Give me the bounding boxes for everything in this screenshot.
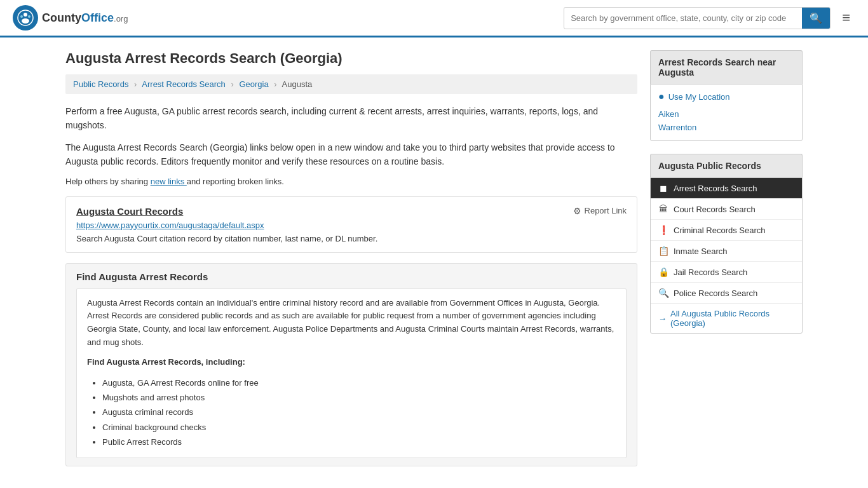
- sidebar-item-arrest-records[interactable]: ◼ Arrest Records Search: [651, 178, 802, 199]
- find-section-title: Find Augusta Arrest Records: [76, 271, 627, 282]
- location-dot-icon: ●: [658, 91, 665, 102]
- header-right: 🔍 ≡: [564, 7, 855, 29]
- logo-text: CountyOffice.org: [42, 11, 128, 25]
- find-section-body-text: Augusta Arrest Records contain an indivi…: [87, 297, 616, 349]
- sidebar: Arrest Records Search near Augusta ● Use…: [650, 50, 803, 477]
- main-container: Augusta Arrest Records Search (Georgia) …: [53, 37, 815, 488]
- sidebar-item-inmate-search[interactable]: 📋 Inmate Search: [651, 241, 802, 262]
- logo-icon: [13, 5, 38, 30]
- record-url[interactable]: https://www.payyourtix.com/augustaga/def…: [76, 220, 627, 230]
- svg-point-3: [20, 15, 23, 18]
- breadcrumb-arrest-records[interactable]: Arrest Records Search: [142, 79, 226, 89]
- arrow-right-icon: →: [658, 314, 667, 323]
- new-links[interactable]: new links: [151, 177, 187, 186]
- arrest-records-label: Arrest Records Search: [674, 184, 757, 193]
- police-records-label: Police Records Search: [674, 288, 757, 298]
- nearby-aiken[interactable]: Aiken: [658, 107, 794, 121]
- breadcrumb: Public Records › Arrest Records Search ›…: [65, 74, 637, 94]
- jail-records-label: Jail Records Search: [674, 268, 747, 277]
- page-title: Augusta Arrest Records Search (Georgia): [65, 50, 637, 67]
- use-my-location[interactable]: ● Use My Location: [658, 91, 794, 102]
- court-records-label: Court Records Search: [674, 205, 756, 214]
- sidebar-near-content: ● Use My Location Aiken Warrenton: [650, 84, 803, 141]
- nearby-warrenton[interactable]: Warrenton: [658, 121, 794, 134]
- record-title[interactable]: Augusta Court Records: [76, 206, 183, 217]
- search-input[interactable]: [564, 9, 802, 27]
- arrest-records-icon: ◼: [658, 183, 668, 193]
- list-item: Augusta criminal records: [102, 405, 616, 419]
- report-link-button[interactable]: ⚙ Report Link: [573, 206, 627, 216]
- breadcrumb-sep-1: ›: [134, 79, 137, 89]
- sharing-line: Help others by sharing new links and rep…: [65, 177, 637, 186]
- list-item: Mugshots and arrest photos: [102, 390, 616, 405]
- record-card: Augusta Court Records ⚙ Report Link http…: [65, 196, 637, 253]
- bullet-list: Augusta, GA Arrest Records online for fr…: [87, 376, 616, 450]
- list-item: Criminal background checks: [102, 420, 616, 435]
- sidebar-pub-header: Augusta Public Records: [650, 154, 803, 177]
- police-records-icon: 🔍: [658, 288, 668, 298]
- criminal-records-icon: ❗: [658, 225, 668, 235]
- sidebar-item-police-records[interactable]: 🔍 Police Records Search: [651, 283, 802, 304]
- sidebar-near-section: Arrest Records Search near Augusta ● Use…: [650, 50, 803, 141]
- all-public-records-link[interactable]: → All Augusta Public Records (Georgia): [651, 304, 802, 333]
- record-description: Search Augusta Court citation record by …: [76, 234, 627, 243]
- report-link-label: Report Link: [585, 206, 627, 215]
- record-card-header: Augusta Court Records ⚙ Report Link: [76, 206, 627, 217]
- list-item: Public Arrest Records: [102, 435, 616, 449]
- sidebar-item-court-records[interactable]: 🏛 Court Records Search: [651, 199, 802, 220]
- breadcrumb-augusta: Augusta: [282, 79, 313, 89]
- find-section-body: Augusta Arrest Records contain an indivi…: [76, 288, 627, 458]
- svg-point-1: [24, 13, 27, 17]
- breadcrumb-public-records[interactable]: Public Records: [73, 79, 128, 89]
- breadcrumb-sep-2: ›: [231, 79, 233, 89]
- sharing-suffix: and reporting broken links.: [187, 177, 284, 186]
- description-1: Perform a free Augusta, GA public arrest…: [65, 104, 637, 133]
- description-2: The Augusta Arrest Records Search (Georg…: [65, 140, 637, 169]
- content-area: Augusta Arrest Records Search (Georgia) …: [65, 50, 637, 477]
- logo-area: CountyOffice.org: [13, 5, 128, 30]
- breadcrumb-sep-3: ›: [274, 79, 276, 89]
- svg-point-2: [22, 18, 29, 24]
- all-records-label: All Augusta Public Records (Georgia): [670, 309, 794, 328]
- sharing-text: Help others by sharing: [65, 177, 148, 186]
- report-icon: ⚙: [573, 206, 581, 216]
- inmate-search-label: Inmate Search: [674, 247, 728, 256]
- sidebar-near-header: Arrest Records Search near Augusta: [650, 50, 803, 84]
- court-records-icon: 🏛: [658, 204, 668, 214]
- use-location-label: Use My Location: [668, 92, 730, 102]
- sidebar-pub-content: ◼ Arrest Records Search 🏛 Court Records …: [650, 177, 803, 334]
- svg-point-4: [28, 15, 31, 18]
- find-sub-title: Find Augusta Arrest Records, including:: [87, 356, 616, 369]
- jail-records-icon: 🔒: [658, 267, 668, 277]
- header: CountyOffice.org 🔍 ≡: [0, 0, 868, 37]
- menu-icon[interactable]: ≡: [837, 7, 855, 29]
- search-bar[interactable]: 🔍: [564, 7, 831, 29]
- sidebar-item-criminal-records[interactable]: ❗ Criminal Records Search: [651, 220, 802, 241]
- search-button[interactable]: 🔍: [802, 8, 830, 29]
- list-item: Augusta, GA Arrest Records online for fr…: [102, 376, 616, 390]
- criminal-records-label: Criminal Records Search: [674, 226, 766, 235]
- find-arrest-records-section: Find Augusta Arrest Records Augusta Arre…: [65, 263, 637, 466]
- breadcrumb-georgia[interactable]: Georgia: [239, 79, 268, 89]
- inmate-search-icon: 📋: [658, 246, 668, 256]
- sidebar-pub-records-section: Augusta Public Records ◼ Arrest Records …: [650, 154, 803, 334]
- sidebar-item-jail-records[interactable]: 🔒 Jail Records Search: [651, 262, 802, 283]
